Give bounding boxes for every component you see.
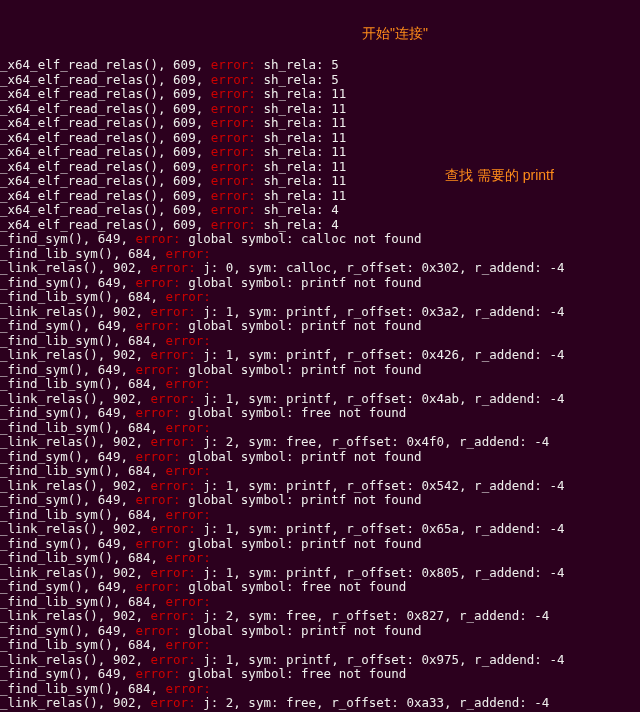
log-source: _find_sym(), 649,	[0, 666, 135, 681]
log-source: _find_sym(), 649,	[0, 579, 135, 594]
error-label: error:	[135, 405, 180, 420]
log-source: _x64_elf_read_relas(), 609,	[0, 115, 211, 130]
error-label: error:	[166, 420, 211, 435]
error-label: error:	[211, 173, 256, 188]
error-label: error:	[151, 695, 196, 710]
error-label: error:	[166, 463, 211, 478]
log-source: _link_relas(), 902,	[0, 478, 151, 493]
log-message: j: 2, sym: free, r_offset: 0x4f0, r_adde…	[196, 434, 550, 449]
error-label: error:	[211, 159, 256, 174]
log-source: _link_relas(), 902,	[0, 347, 151, 362]
log-line: _link_relas(), 902, error: j: 1, sym: pr…	[0, 392, 640, 407]
error-label: error:	[211, 130, 256, 145]
log-message: sh_rela: 11	[256, 144, 346, 159]
log-message: j: 1, sym: printf, r_offset: 0x426, r_ad…	[196, 347, 565, 362]
log-line: _link_relas(), 902, error: j: 2, sym: fr…	[0, 435, 640, 450]
log-line: _link_relas(), 902, error: j: 1, sym: pr…	[0, 479, 640, 494]
log-line: _x64_elf_read_relas(), 609, error: sh_re…	[0, 203, 640, 218]
log-source: _find_lib_sym(), 684,	[0, 246, 166, 261]
log-message: sh_rela: 11	[256, 188, 346, 203]
log-source: _find_lib_sym(), 684,	[0, 333, 166, 348]
error-label: error:	[151, 565, 196, 580]
error-label: error:	[211, 144, 256, 159]
log-line: _x64_elf_read_relas(), 609, error: sh_re…	[0, 189, 640, 204]
log-source: _find_sym(), 649,	[0, 362, 135, 377]
log-source: _find_sym(), 649,	[0, 405, 135, 420]
error-label: error:	[151, 608, 196, 623]
log-source: _x64_elf_read_relas(), 609,	[0, 202, 211, 217]
log-message: sh_rela: 4	[256, 202, 339, 217]
log-message: sh_rela: 11	[256, 173, 346, 188]
log-message: sh_rela: 11	[256, 101, 346, 116]
log-message: global symbol: printf not found	[181, 362, 422, 377]
log-line: _link_relas(), 902, error: j: 0, sym: ca…	[0, 261, 640, 276]
log-source: _x64_elf_read_relas(), 609,	[0, 173, 211, 188]
log-source: _find_sym(), 649,	[0, 623, 135, 638]
log-source: _x64_elf_read_relas(), 609,	[0, 188, 211, 203]
log-source: _find_lib_sym(), 684,	[0, 637, 166, 652]
error-label: error:	[135, 623, 180, 638]
log-message: j: 1, sym: printf, r_offset: 0x805, r_ad…	[196, 565, 565, 580]
log-message: global symbol: printf not found	[181, 449, 422, 464]
log-line: _find_sym(), 649, error: global symbol: …	[0, 624, 640, 639]
error-label: error:	[151, 652, 196, 667]
log-message: sh_rela: 5	[256, 57, 339, 72]
log-line: _find_lib_sym(), 684, error:	[0, 421, 640, 436]
annotation-find-printf: 查找 需要的 printf	[445, 168, 554, 183]
log-source: _link_relas(), 902,	[0, 521, 151, 536]
log-source: _find_sym(), 649,	[0, 318, 135, 333]
log-source: _find_lib_sym(), 684,	[0, 376, 166, 391]
log-message: sh_rela: 11	[256, 130, 346, 145]
log-message: sh_rela: 11	[256, 115, 346, 130]
log-line: _find_sym(), 649, error: global symbol: …	[0, 493, 640, 508]
log-message: j: 1, sym: printf, r_offset: 0x975, r_ad…	[196, 652, 565, 667]
error-label: error:	[166, 376, 211, 391]
log-source: _find_sym(), 649,	[0, 449, 135, 464]
log-source: _x64_elf_read_relas(), 609,	[0, 72, 211, 87]
log-source: _find_sym(), 649,	[0, 492, 135, 507]
log-line: _x64_elf_read_relas(), 609, error: sh_re…	[0, 87, 640, 102]
log-source: _find_lib_sym(), 684,	[0, 550, 166, 565]
error-label: error:	[166, 681, 211, 696]
log-line: _find_sym(), 649, error: global symbol: …	[0, 450, 640, 465]
log-line: _find_lib_sym(), 684, error:	[0, 334, 640, 349]
log-line: _x64_elf_read_relas(), 609, error: sh_re…	[0, 116, 640, 131]
log-source: _x64_elf_read_relas(), 609,	[0, 144, 211, 159]
log-message: global symbol: printf not found	[181, 623, 422, 638]
log-message: sh_rela: 11	[256, 159, 346, 174]
log-line: _find_lib_sym(), 684, error:	[0, 595, 640, 610]
log-line: _link_relas(), 902, error: j: 1, sym: pr…	[0, 305, 640, 320]
log-line: _x64_elf_read_relas(), 609, error: sh_re…	[0, 145, 640, 160]
error-label: error:	[151, 260, 196, 275]
log-message: j: 2, sym: free, r_offset: 0x827, r_adde…	[196, 608, 550, 623]
log-source: _link_relas(), 902,	[0, 434, 151, 449]
log-line: _find_lib_sym(), 684, error:	[0, 638, 640, 653]
error-label: error:	[166, 594, 211, 609]
log-line: _find_lib_sym(), 684, error:	[0, 377, 640, 392]
log-source: _link_relas(), 902,	[0, 695, 151, 710]
log-line: _x64_elf_read_relas(), 609, error: sh_re…	[0, 218, 640, 233]
annotation-link-start: 开始"连接"	[362, 26, 428, 41]
log-message: global symbol: calloc not found	[181, 231, 422, 246]
terminal-output: _x64_elf_read_relas(), 609, error: sh_re…	[0, 58, 640, 712]
log-source: _x64_elf_read_relas(), 609,	[0, 101, 211, 116]
log-line: _link_relas(), 902, error: j: 1, sym: pr…	[0, 522, 640, 537]
log-line: _find_lib_sym(), 684, error:	[0, 551, 640, 566]
log-line: _find_lib_sym(), 684, error:	[0, 508, 640, 523]
error-label: error:	[151, 347, 196, 362]
log-source: _find_lib_sym(), 684,	[0, 463, 166, 478]
log-line: _find_sym(), 649, error: global symbol: …	[0, 319, 640, 334]
log-message: global symbol: free not found	[181, 666, 407, 681]
error-label: error:	[151, 521, 196, 536]
log-source: _find_sym(), 649,	[0, 275, 135, 290]
error-label: error:	[166, 333, 211, 348]
log-line: _x64_elf_read_relas(), 609, error: sh_re…	[0, 73, 640, 88]
log-message: sh_rela: 11	[256, 86, 346, 101]
log-message: j: 1, sym: printf, r_offset: 0x65a, r_ad…	[196, 521, 565, 536]
log-line: _find_sym(), 649, error: global symbol: …	[0, 276, 640, 291]
error-label: error:	[151, 434, 196, 449]
log-line: _link_relas(), 902, error: j: 1, sym: pr…	[0, 566, 640, 581]
log-line: _find_lib_sym(), 684, error:	[0, 247, 640, 262]
log-line: _link_relas(), 902, error: j: 2, sym: fr…	[0, 609, 640, 624]
log-source: _x64_elf_read_relas(), 609,	[0, 130, 211, 145]
